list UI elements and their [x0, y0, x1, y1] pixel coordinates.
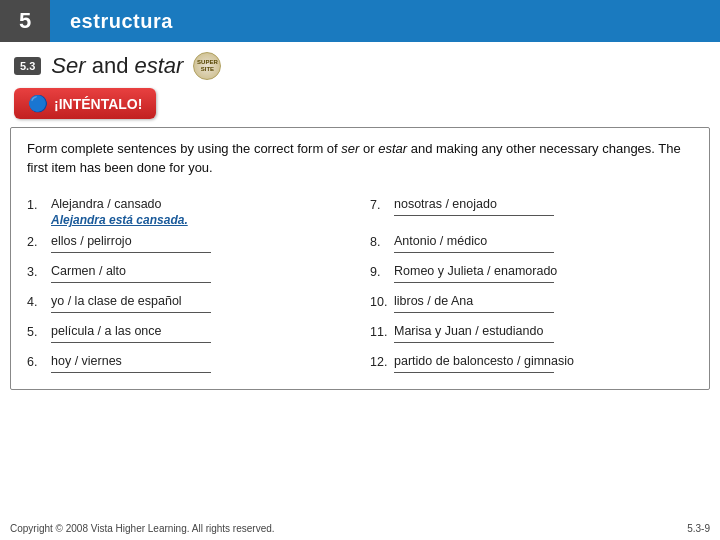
exercise-item: 11.Marisa y Juan / estudiando	[370, 319, 693, 349]
item-number: 11.	[370, 324, 388, 339]
answer-line	[394, 282, 554, 283]
item-number: 9.	[370, 264, 388, 279]
item-prompt: ellos / pelirrojo	[51, 234, 350, 248]
answer-line	[51, 342, 211, 343]
exercise-item: 1.Alejandra / cansadoAlejandra está cans…	[27, 192, 350, 229]
exercise-item: 10.libros / de Ana	[370, 289, 693, 319]
item-prompt: yo / la clase de español	[51, 294, 350, 308]
intentalo-icon: 🔵	[28, 94, 48, 113]
answer-line	[394, 342, 554, 343]
header-bar: 5 estructura	[0, 0, 720, 42]
item-number: 10.	[370, 294, 388, 309]
item-number: 8.	[370, 234, 388, 249]
item-prompt: hoy / viernes	[51, 354, 350, 368]
item-number: 4.	[27, 294, 45, 309]
section-badge: 5.3	[14, 57, 41, 75]
footer: Copyright © 2008 Vista Higher Learning. …	[10, 523, 710, 534]
instructions-text: Form complete sentences by using the cor…	[27, 140, 693, 178]
exercise-item: 4.yo / la clase de español	[27, 289, 350, 319]
intentalo-label: ¡INTÉNTALO!	[54, 96, 142, 112]
answer-line	[51, 312, 211, 313]
exercise-item: 12.partido de baloncesto / gimnasio	[370, 349, 693, 379]
item-number: 5.	[27, 324, 45, 339]
exercise-item: 2.ellos / pelirrojo	[27, 229, 350, 259]
item-prompt: partido de baloncesto / gimnasio	[394, 354, 693, 368]
exercise-item: 5.película / a las once	[27, 319, 350, 349]
item-number: 2.	[27, 234, 45, 249]
answer-line	[394, 312, 554, 313]
item-answer: Alejandra está cansada.	[51, 213, 350, 227]
item-prompt: libros / de Ana	[394, 294, 693, 308]
section-label-row: 5.3 Ser and estar SUPERSITE	[0, 42, 720, 84]
item-number: 1.	[27, 197, 45, 212]
item-prompt: nosotras / enojado	[394, 197, 693, 211]
item-number: 12.	[370, 354, 388, 369]
answer-line	[394, 372, 554, 373]
footer-page: 5.3-9	[687, 523, 710, 534]
answer-line	[51, 252, 211, 253]
footer-copyright: Copyright © 2008 Vista Higher Learning. …	[10, 523, 275, 534]
supersite-badge: SUPERSITE	[193, 52, 221, 80]
main-content-box: Form complete sentences by using the cor…	[10, 127, 710, 390]
item-prompt: Marisa y Juan / estudiando	[394, 324, 693, 338]
item-number: 3.	[27, 264, 45, 279]
item-number: 6.	[27, 354, 45, 369]
answer-line	[394, 215, 554, 216]
item-prompt: Carmen / alto	[51, 264, 350, 278]
intentalo-row: 🔵 ¡INTÉNTALO!	[0, 84, 720, 127]
exercise-item: 8.Antonio / médico	[370, 229, 693, 259]
header-title: estructura	[50, 0, 720, 42]
item-prompt: Alejandra / cansado	[51, 197, 350, 211]
exercise-grid: 1.Alejandra / cansadoAlejandra está cans…	[27, 192, 693, 379]
item-prompt: Romeo y Julieta / enamorado	[394, 264, 693, 278]
intentalo-button[interactable]: 🔵 ¡INTÉNTALO!	[14, 88, 156, 119]
item-number: 7.	[370, 197, 388, 212]
exercise-item: 9.Romeo y Julieta / enamorado	[370, 259, 693, 289]
item-prompt: Antonio / médico	[394, 234, 693, 248]
exercise-item: 6.hoy / viernes	[27, 349, 350, 379]
chapter-number: 5	[0, 0, 50, 42]
exercise-item: 3.Carmen / alto	[27, 259, 350, 289]
answer-line	[394, 252, 554, 253]
exercise-item: 7.nosotras / enojado	[370, 192, 693, 229]
item-prompt: película / a las once	[51, 324, 350, 338]
answer-line	[51, 282, 211, 283]
answer-line	[51, 372, 211, 373]
section-title: Ser and estar	[51, 53, 183, 79]
